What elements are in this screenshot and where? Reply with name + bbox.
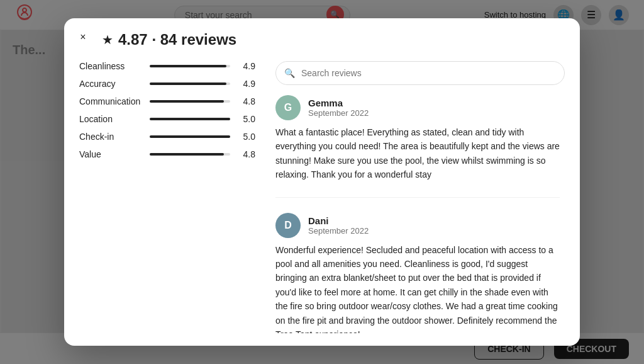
search-container: 🔍: [275, 61, 565, 85]
rating-value: 4.9: [238, 79, 255, 89]
rating-bar-fill: [150, 65, 226, 67]
rating-row: Value 4.8: [79, 149, 255, 159]
review-text: Wonderful experience! Secluded and peace…: [275, 243, 560, 333]
review-item: D Dani September 2022 Wonderful experien…: [275, 213, 560, 333]
rating-label: Check-in: [79, 132, 142, 142]
rating-row: Cleanliness 4.9: [79, 61, 255, 71]
rating-row: Accuracy 4.9: [79, 79, 255, 89]
rating-label: Communication: [79, 96, 142, 106]
reviews-list[interactable]: G Gemma September 2022 What a fantastic …: [275, 95, 565, 333]
review-author-row: G Gemma September 2022: [275, 95, 560, 120]
review-author-name: Gemma: [308, 98, 369, 108]
rating-label: Accuracy: [79, 79, 142, 89]
reviews-panel: 🔍 G Gemma September 2022 What a fantasti…: [275, 61, 565, 333]
rating-label: Cleanliness: [79, 61, 142, 71]
rating-bar-fill: [150, 100, 224, 103]
modal-title: 4.87 · 84 reviews: [118, 31, 236, 48]
review-avatar: G: [275, 95, 301, 120]
rating-bar: [150, 100, 230, 103]
rating-row: Location 5.0: [79, 114, 255, 124]
rating-value: 4.8: [238, 149, 255, 159]
rating-row: Communication 4.8: [79, 96, 255, 106]
rating-value: 5.0: [238, 132, 255, 142]
rating-value: 4.9: [238, 61, 255, 71]
modal-header: × ★ 4.87 · 84 reviews: [64, 18, 580, 48]
review-author-name: Dani: [308, 215, 369, 226]
modal-body: Cleanliness 4.9 Accuracy 4.9 Communicati…: [64, 48, 580, 346]
rating-bar-fill: [150, 82, 226, 85]
rating-bar: [150, 153, 230, 156]
reviews-search-input[interactable]: [275, 61, 565, 85]
ratings-panel: Cleanliness 4.9 Accuracy 4.9 Communicati…: [79, 61, 255, 333]
modal-title-row: ★ 4.87 · 84 reviews: [102, 31, 236, 48]
close-button[interactable]: ×: [74, 28, 92, 46]
star-icon: ★: [102, 32, 113, 47]
search-icon: 🔍: [284, 68, 295, 78]
rating-bar: [150, 118, 230, 120]
rating-label: Location: [79, 114, 142, 124]
review-author-info: Dani September 2022: [308, 215, 369, 236]
rating-value: 4.8: [238, 96, 255, 106]
rating-bar: [150, 135, 230, 138]
rating-bar-fill: [150, 118, 230, 120]
reviews-modal: × ★ 4.87 · 84 reviews Cleanliness 4.9 Ac…: [64, 18, 580, 346]
rating-value: 5.0: [238, 114, 255, 124]
review-avatar: D: [275, 213, 301, 238]
rating-label: Value: [79, 149, 142, 159]
rating-bar: [150, 65, 230, 67]
rating-row: Check-in 5.0: [79, 132, 255, 142]
rating-bar-fill: [150, 153, 224, 156]
review-author-info: Gemma September 2022: [308, 98, 369, 118]
review-author-row: D Dani September 2022: [275, 213, 560, 238]
rating-bar-fill: [150, 135, 230, 138]
review-date: September 2022: [308, 108, 369, 118]
review-item: G Gemma September 2022 What a fantastic …: [275, 95, 560, 198]
rating-bar: [150, 82, 230, 85]
review-text: What a fantastic place! Everything as st…: [275, 125, 560, 182]
review-date: September 2022: [308, 226, 369, 236]
